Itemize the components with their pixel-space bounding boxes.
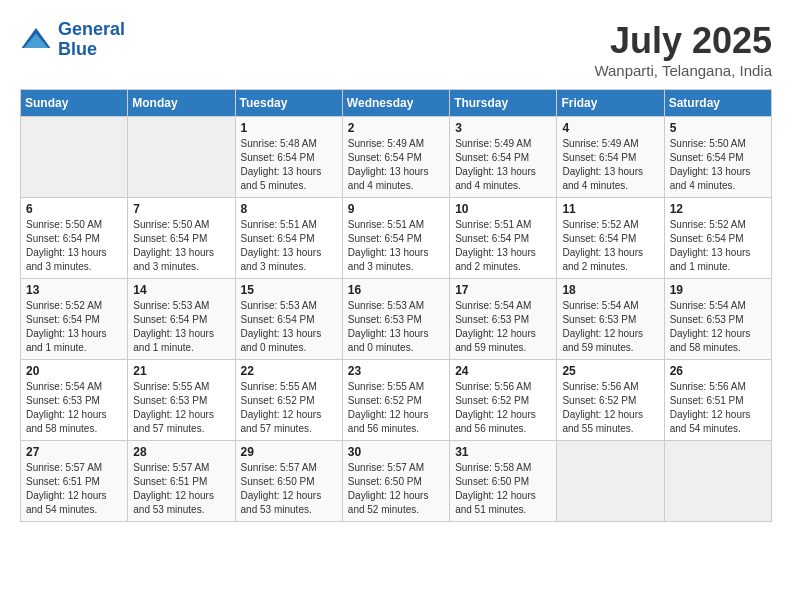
- day-info: Sunrise: 5:53 AM Sunset: 6:54 PM Dayligh…: [133, 299, 229, 355]
- day-number: 8: [241, 202, 337, 216]
- day-info: Sunrise: 5:50 AM Sunset: 6:54 PM Dayligh…: [670, 137, 766, 193]
- calendar-cell: 23Sunrise: 5:55 AM Sunset: 6:52 PM Dayli…: [342, 360, 449, 441]
- day-info: Sunrise: 5:58 AM Sunset: 6:50 PM Dayligh…: [455, 461, 551, 517]
- calendar-table: SundayMondayTuesdayWednesdayThursdayFrid…: [20, 89, 772, 522]
- day-info: Sunrise: 5:49 AM Sunset: 6:54 PM Dayligh…: [348, 137, 444, 193]
- day-number: 26: [670, 364, 766, 378]
- calendar-cell: 28Sunrise: 5:57 AM Sunset: 6:51 PM Dayli…: [128, 441, 235, 522]
- calendar-cell: 1Sunrise: 5:48 AM Sunset: 6:54 PM Daylig…: [235, 117, 342, 198]
- day-info: Sunrise: 5:56 AM Sunset: 6:51 PM Dayligh…: [670, 380, 766, 436]
- day-info: Sunrise: 5:52 AM Sunset: 6:54 PM Dayligh…: [26, 299, 122, 355]
- day-number: 27: [26, 445, 122, 459]
- calendar-cell: 12Sunrise: 5:52 AM Sunset: 6:54 PM Dayli…: [664, 198, 771, 279]
- day-info: Sunrise: 5:50 AM Sunset: 6:54 PM Dayligh…: [26, 218, 122, 274]
- day-info: Sunrise: 5:49 AM Sunset: 6:54 PM Dayligh…: [562, 137, 658, 193]
- logo: General Blue: [20, 20, 125, 60]
- calendar-week-3: 13Sunrise: 5:52 AM Sunset: 6:54 PM Dayli…: [21, 279, 772, 360]
- calendar-title: July 2025: [594, 20, 772, 62]
- day-info: Sunrise: 5:54 AM Sunset: 6:53 PM Dayligh…: [670, 299, 766, 355]
- day-info: Sunrise: 5:51 AM Sunset: 6:54 PM Dayligh…: [455, 218, 551, 274]
- header-cell-tuesday: Tuesday: [235, 90, 342, 117]
- day-number: 21: [133, 364, 229, 378]
- day-info: Sunrise: 5:56 AM Sunset: 6:52 PM Dayligh…: [455, 380, 551, 436]
- calendar-cell: 29Sunrise: 5:57 AM Sunset: 6:50 PM Dayli…: [235, 441, 342, 522]
- calendar-cell: 13Sunrise: 5:52 AM Sunset: 6:54 PM Dayli…: [21, 279, 128, 360]
- calendar-cell: 24Sunrise: 5:56 AM Sunset: 6:52 PM Dayli…: [450, 360, 557, 441]
- calendar-week-4: 20Sunrise: 5:54 AM Sunset: 6:53 PM Dayli…: [21, 360, 772, 441]
- day-number: 4: [562, 121, 658, 135]
- calendar-subtitle: Wanparti, Telangana, India: [594, 62, 772, 79]
- calendar-cell: 25Sunrise: 5:56 AM Sunset: 6:52 PM Dayli…: [557, 360, 664, 441]
- header-cell-monday: Monday: [128, 90, 235, 117]
- calendar-cell: 30Sunrise: 5:57 AM Sunset: 6:50 PM Dayli…: [342, 441, 449, 522]
- calendar-cell: 6Sunrise: 5:50 AM Sunset: 6:54 PM Daylig…: [21, 198, 128, 279]
- day-number: 16: [348, 283, 444, 297]
- calendar-cell: [128, 117, 235, 198]
- header-cell-saturday: Saturday: [664, 90, 771, 117]
- header-cell-wednesday: Wednesday: [342, 90, 449, 117]
- day-number: 18: [562, 283, 658, 297]
- day-number: 19: [670, 283, 766, 297]
- calendar-week-2: 6Sunrise: 5:50 AM Sunset: 6:54 PM Daylig…: [21, 198, 772, 279]
- calendar-cell: 4Sunrise: 5:49 AM Sunset: 6:54 PM Daylig…: [557, 117, 664, 198]
- calendar-cell: 22Sunrise: 5:55 AM Sunset: 6:52 PM Dayli…: [235, 360, 342, 441]
- calendar-cell: 31Sunrise: 5:58 AM Sunset: 6:50 PM Dayli…: [450, 441, 557, 522]
- day-number: 23: [348, 364, 444, 378]
- calendar-cell: 27Sunrise: 5:57 AM Sunset: 6:51 PM Dayli…: [21, 441, 128, 522]
- day-info: Sunrise: 5:49 AM Sunset: 6:54 PM Dayligh…: [455, 137, 551, 193]
- calendar-cell: 9Sunrise: 5:51 AM Sunset: 6:54 PM Daylig…: [342, 198, 449, 279]
- day-info: Sunrise: 5:57 AM Sunset: 6:51 PM Dayligh…: [26, 461, 122, 517]
- calendar-cell: [664, 441, 771, 522]
- day-info: Sunrise: 5:57 AM Sunset: 6:50 PM Dayligh…: [241, 461, 337, 517]
- day-info: Sunrise: 5:52 AM Sunset: 6:54 PM Dayligh…: [670, 218, 766, 274]
- day-number: 9: [348, 202, 444, 216]
- day-info: Sunrise: 5:57 AM Sunset: 6:50 PM Dayligh…: [348, 461, 444, 517]
- day-number: 6: [26, 202, 122, 216]
- calendar-cell: [21, 117, 128, 198]
- day-info: Sunrise: 5:54 AM Sunset: 6:53 PM Dayligh…: [562, 299, 658, 355]
- calendar-cell: 7Sunrise: 5:50 AM Sunset: 6:54 PM Daylig…: [128, 198, 235, 279]
- calendar-cell: 18Sunrise: 5:54 AM Sunset: 6:53 PM Dayli…: [557, 279, 664, 360]
- day-info: Sunrise: 5:57 AM Sunset: 6:51 PM Dayligh…: [133, 461, 229, 517]
- day-number: 5: [670, 121, 766, 135]
- day-info: Sunrise: 5:54 AM Sunset: 6:53 PM Dayligh…: [455, 299, 551, 355]
- calendar-week-5: 27Sunrise: 5:57 AM Sunset: 6:51 PM Dayli…: [21, 441, 772, 522]
- day-number: 20: [26, 364, 122, 378]
- day-number: 31: [455, 445, 551, 459]
- day-info: Sunrise: 5:48 AM Sunset: 6:54 PM Dayligh…: [241, 137, 337, 193]
- calendar-header-row: SundayMondayTuesdayWednesdayThursdayFrid…: [21, 90, 772, 117]
- calendar-cell: 15Sunrise: 5:53 AM Sunset: 6:54 PM Dayli…: [235, 279, 342, 360]
- calendar-cell: 8Sunrise: 5:51 AM Sunset: 6:54 PM Daylig…: [235, 198, 342, 279]
- day-info: Sunrise: 5:56 AM Sunset: 6:52 PM Dayligh…: [562, 380, 658, 436]
- day-info: Sunrise: 5:53 AM Sunset: 6:53 PM Dayligh…: [348, 299, 444, 355]
- calendar-cell: 19Sunrise: 5:54 AM Sunset: 6:53 PM Dayli…: [664, 279, 771, 360]
- calendar-cell: 5Sunrise: 5:50 AM Sunset: 6:54 PM Daylig…: [664, 117, 771, 198]
- calendar-week-1: 1Sunrise: 5:48 AM Sunset: 6:54 PM Daylig…: [21, 117, 772, 198]
- calendar-cell: 3Sunrise: 5:49 AM Sunset: 6:54 PM Daylig…: [450, 117, 557, 198]
- day-number: 22: [241, 364, 337, 378]
- calendar-cell: 21Sunrise: 5:55 AM Sunset: 6:53 PM Dayli…: [128, 360, 235, 441]
- header-cell-thursday: Thursday: [450, 90, 557, 117]
- day-number: 13: [26, 283, 122, 297]
- day-info: Sunrise: 5:52 AM Sunset: 6:54 PM Dayligh…: [562, 218, 658, 274]
- title-block: July 2025 Wanparti, Telangana, India: [594, 20, 772, 79]
- day-number: 29: [241, 445, 337, 459]
- day-info: Sunrise: 5:51 AM Sunset: 6:54 PM Dayligh…: [241, 218, 337, 274]
- day-number: 7: [133, 202, 229, 216]
- header-cell-sunday: Sunday: [21, 90, 128, 117]
- calendar-cell: 20Sunrise: 5:54 AM Sunset: 6:53 PM Dayli…: [21, 360, 128, 441]
- day-number: 10: [455, 202, 551, 216]
- day-info: Sunrise: 5:53 AM Sunset: 6:54 PM Dayligh…: [241, 299, 337, 355]
- day-number: 30: [348, 445, 444, 459]
- day-number: 12: [670, 202, 766, 216]
- logo-text: General Blue: [58, 20, 125, 60]
- day-number: 17: [455, 283, 551, 297]
- calendar-cell: 14Sunrise: 5:53 AM Sunset: 6:54 PM Dayli…: [128, 279, 235, 360]
- day-number: 3: [455, 121, 551, 135]
- page-header: General Blue July 2025 Wanparti, Telanga…: [20, 20, 772, 79]
- day-number: 24: [455, 364, 551, 378]
- day-info: Sunrise: 5:51 AM Sunset: 6:54 PM Dayligh…: [348, 218, 444, 274]
- day-info: Sunrise: 5:55 AM Sunset: 6:52 PM Dayligh…: [348, 380, 444, 436]
- day-number: 14: [133, 283, 229, 297]
- day-number: 1: [241, 121, 337, 135]
